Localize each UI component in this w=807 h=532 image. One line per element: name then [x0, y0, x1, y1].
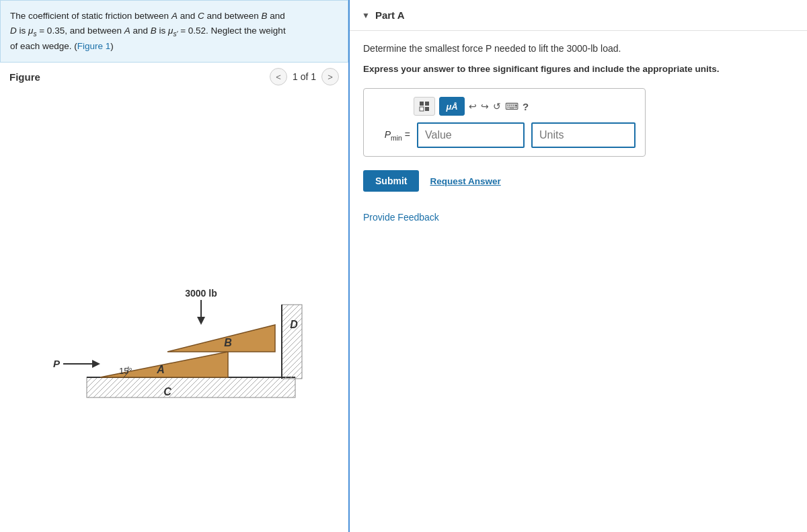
- provide-feedback-link[interactable]: Provide Feedback: [363, 212, 439, 223]
- part-collapse-icon[interactable]: ▼: [362, 11, 370, 20]
- undo-button[interactable]: ↩: [469, 101, 477, 112]
- svg-rect-20: [425, 102, 429, 106]
- page-indicator: 1 of 1: [293, 71, 316, 82]
- figure-next-button[interactable]: >: [321, 68, 339, 85]
- value-input[interactable]: [417, 122, 525, 148]
- keyboard-button[interactable]: ⌨: [505, 101, 518, 112]
- input-row: Pmin =: [373, 122, 636, 148]
- input-label: Pmin =: [373, 129, 410, 142]
- answer-box: μÅ ↩ ↪ ↺ ⌨ ? Pmin =: [363, 88, 646, 157]
- refresh-button[interactable]: ↺: [493, 101, 501, 112]
- redo-button[interactable]: ↪: [481, 101, 489, 112]
- answer-toolbar: μÅ ↩ ↪ ↺ ⌨ ?: [373, 97, 636, 116]
- svg-rect-21: [420, 107, 424, 111]
- svg-text:D: D: [290, 319, 298, 330]
- mu-label: μÅ: [446, 102, 457, 112]
- units-input[interactable]: [531, 122, 636, 148]
- figure-prev-button[interactable]: <: [270, 68, 287, 85]
- part-description: Determine the smallest force P needed to…: [363, 42, 794, 56]
- matrix-button[interactable]: [414, 97, 435, 116]
- submit-row: Submit Request Answer: [363, 170, 794, 192]
- svg-text:P: P: [53, 358, 61, 369]
- svg-marker-17: [92, 360, 100, 368]
- svg-rect-22: [425, 107, 429, 111]
- figure-canvas: A B C D 15° 3000 lb: [0, 91, 348, 532]
- svg-marker-15: [197, 317, 205, 325]
- svg-rect-2: [87, 377, 295, 397]
- mu-button[interactable]: μÅ: [439, 97, 465, 116]
- submit-button[interactable]: Submit: [363, 170, 419, 192]
- svg-text:B: B: [224, 337, 232, 348]
- help-button[interactable]: ?: [523, 101, 529, 112]
- svg-marker-8: [167, 325, 275, 352]
- svg-rect-4: [282, 305, 302, 379]
- svg-text:A: A: [156, 364, 165, 375]
- instructions: Express your answer to three significant…: [363, 63, 794, 76]
- svg-text:15°: 15°: [119, 366, 132, 376]
- problem-text: The coefficient of static friction betwe…: [0, 0, 348, 63]
- figure-label: Figure: [9, 71, 264, 83]
- part-title: Part A: [375, 9, 405, 21]
- svg-text:3000 lb: 3000 lb: [185, 288, 217, 299]
- part-header: ▼ Part A: [350, 0, 807, 31]
- right-panel: ▼ Part A Determine the smallest force P …: [350, 0, 807, 532]
- svg-rect-19: [420, 102, 424, 106]
- figure-area: Figure < 1 of 1 >: [0, 63, 348, 532]
- svg-text:C: C: [163, 386, 171, 397]
- request-answer-button[interactable]: Request Answer: [430, 176, 500, 186]
- figure-link[interactable]: Figure 1: [77, 41, 111, 51]
